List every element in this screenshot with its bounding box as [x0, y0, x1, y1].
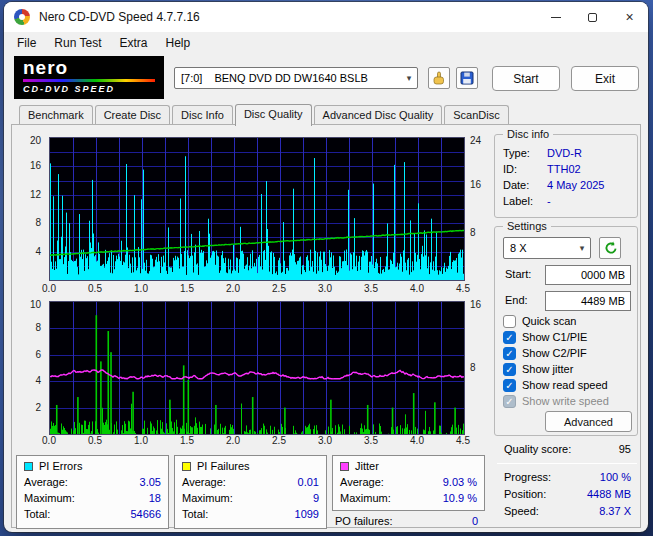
- pi-errors-chart: [49, 137, 465, 281]
- logo-gradient-bar: [23, 79, 155, 82]
- quality-score-row: Quality score: 95: [494, 443, 640, 457]
- checkbox-show-c1-pie[interactable]: ✓Show C1/PIE: [503, 329, 635, 345]
- jitter-legend-swatch: [340, 462, 349, 471]
- tab-strip: Benchmark Create Disc Disc Info Disc Qua…: [11, 102, 641, 125]
- minimize-icon: [551, 17, 561, 18]
- toolbar: nero CD-DVD SPEED [7:0] BENQ DVD DD DW16…: [4, 54, 648, 102]
- checkbox-box: ✓: [503, 395, 516, 408]
- drive-port-label: [7:0]: [181, 72, 202, 84]
- advanced-button[interactable]: Advanced: [545, 411, 632, 432]
- minimize-button[interactable]: [537, 2, 574, 32]
- stat-row: Total:54666: [24, 506, 161, 522]
- menu-file[interactable]: File: [8, 34, 45, 52]
- scan-speed-value: 8 X: [510, 242, 527, 254]
- nero-brand-text: nero: [23, 58, 155, 78]
- pi-failures-jitter-chart: [49, 301, 465, 435]
- menu-run-test[interactable]: Run Test: [45, 34, 110, 52]
- disc-info-row: Date:4 May 2025: [495, 177, 637, 193]
- tab-scandisc[interactable]: ScanDisc: [444, 105, 508, 125]
- tab-disc-info[interactable]: Disc Info: [172, 105, 233, 125]
- app-icon: [14, 9, 30, 25]
- scan-speed-select[interactable]: 8 X ▾: [503, 237, 591, 259]
- jitter-stats-title: Jitter: [355, 460, 379, 472]
- close-button[interactable]: ×: [611, 2, 648, 32]
- disc-info-row: ID:TTH02: [495, 161, 637, 177]
- position-value: 4488 MB: [587, 488, 631, 500]
- settings-title: Settings: [503, 220, 551, 232]
- pi-failures-x-axis: 0.00.51.01.52.02.53.03.54.04.5: [49, 435, 465, 447]
- close-icon: ×: [625, 10, 633, 24]
- menu-help[interactable]: Help: [157, 34, 200, 52]
- separator: [497, 463, 637, 464]
- pi-errors-stats-header: PI Errors: [24, 458, 161, 474]
- checkbox-show-jitter[interactable]: ✓Show jitter: [503, 361, 635, 377]
- tab-benchmark[interactable]: Benchmark: [19, 105, 93, 125]
- stat-row: Average:0.01: [182, 474, 319, 490]
- checkbox-show-read-speed[interactable]: ✓Show read speed: [503, 377, 635, 393]
- pi-failures-legend-swatch: [182, 462, 191, 471]
- menu-extra[interactable]: Extra: [110, 34, 156, 52]
- tab-disc-quality[interactable]: Disc Quality: [235, 104, 312, 126]
- maximize-button[interactable]: [574, 2, 611, 32]
- stat-row: Maximum:10.9 %: [340, 490, 477, 506]
- pi-failures-stats-box: PI Failures Average:0.01 Maximum:9 Total…: [174, 455, 327, 529]
- progress-row: Progress: 100 %: [494, 471, 640, 485]
- hand-icon: [432, 71, 446, 85]
- checkbox-quick-scan[interactable]: Quick scan: [503, 313, 635, 329]
- pi-errors-stats-box: PI Errors Average:3.05 Maximum:18 Total:…: [16, 455, 169, 529]
- checkbox-show-write-speed: ✓Show write speed: [503, 393, 635, 409]
- checkbox-box: ✓: [503, 331, 516, 344]
- app-window: Nero CD-DVD Speed 4.7.7.16 × File Run Te…: [4, 2, 648, 532]
- jitter-stats-box: Jitter Average:9.03 % Maximum:10.9 %: [332, 455, 485, 511]
- refresh-drive-button[interactable]: [599, 237, 621, 259]
- po-failures-row: PO failures: 0: [332, 515, 485, 527]
- pi-failures-y-axis: 246810: [12, 301, 45, 433]
- pi-failures-stats-header: PI Failures: [182, 458, 319, 474]
- stat-row: Average:9.03 %: [340, 474, 477, 490]
- checkbox-box: ✓: [503, 363, 516, 376]
- jitter-stats-header: Jitter: [340, 458, 477, 474]
- checkbox-show-c2-pif[interactable]: ✓Show C2/PIF: [503, 345, 635, 361]
- read-speed-y-axis: 81624: [467, 137, 491, 279]
- jitter-y-axis: 816: [467, 301, 491, 433]
- checkbox-box: ✓: [503, 347, 516, 360]
- nero-logo: nero CD-DVD SPEED: [14, 56, 164, 99]
- disc-info-title: Disc info: [503, 128, 553, 140]
- position-row: Position: 4488 MB: [494, 488, 640, 502]
- pi-errors-stats-title: PI Errors: [39, 460, 82, 472]
- quality-score-value: 95: [619, 443, 631, 455]
- tab-advanced-disc-quality[interactable]: Advanced Disc Quality: [314, 105, 443, 125]
- checkbox-box: [503, 315, 516, 328]
- speed-row: Speed: 8.37 X: [494, 505, 640, 519]
- logo-product-text: CD-DVD SPEED: [23, 84, 155, 94]
- window-title: Nero CD-DVD Speed 4.7.7.16: [39, 10, 200, 24]
- chevron-down-icon: ▾: [401, 73, 417, 83]
- title-bar[interactable]: Nero CD-DVD Speed 4.7.7.16 ×: [4, 2, 648, 32]
- pi-errors-x-axis: 0.00.51.01.52.02.53.03.54.04.5: [49, 283, 465, 295]
- stat-row: Average:3.05: [24, 474, 161, 490]
- side-panel: Disc info Type:DVD-R ID:TTH02 Date:4 May…: [494, 125, 640, 527]
- speed-value: 8.37 X: [599, 505, 631, 517]
- start-position-row: Start: 0000 MB: [495, 265, 637, 285]
- options-checkbox-list: Quick scan ✓Show C1/PIE ✓Show C2/PIF ✓Sh…: [503, 313, 635, 409]
- stat-row: Maximum:9: [182, 490, 319, 506]
- end-position-row: End: 4489 MB: [495, 291, 637, 311]
- disc-info-group: Disc info Type:DVD-R ID:TTH02 Date:4 May…: [494, 134, 638, 218]
- end-position-input[interactable]: 4489 MB: [545, 291, 631, 311]
- stat-row: Maximum:18: [24, 490, 161, 506]
- floppy-icon: [460, 71, 474, 85]
- maximize-icon: [588, 13, 597, 22]
- window-controls: ×: [537, 2, 648, 32]
- drive-select[interactable]: [7:0] BENQ DVD DD DW1640 BSLB ▾: [174, 67, 418, 89]
- tab-create-disc[interactable]: Create Disc: [95, 105, 170, 125]
- start-position-input[interactable]: 0000 MB: [545, 265, 631, 285]
- exit-button[interactable]: Exit: [571, 66, 639, 91]
- start-button[interactable]: Start: [492, 66, 560, 91]
- stat-row: Total:1099: [182, 506, 319, 522]
- eject-disc-button[interactable]: [428, 67, 450, 89]
- checkbox-box: ✓: [503, 379, 516, 392]
- settings-group: Settings 8 X ▾ Start: 0000 MB End:: [494, 226, 638, 436]
- save-results-button[interactable]: [456, 67, 478, 89]
- pi-errors-legend-swatch: [24, 462, 33, 471]
- chevron-down-icon: ▾: [574, 243, 590, 253]
